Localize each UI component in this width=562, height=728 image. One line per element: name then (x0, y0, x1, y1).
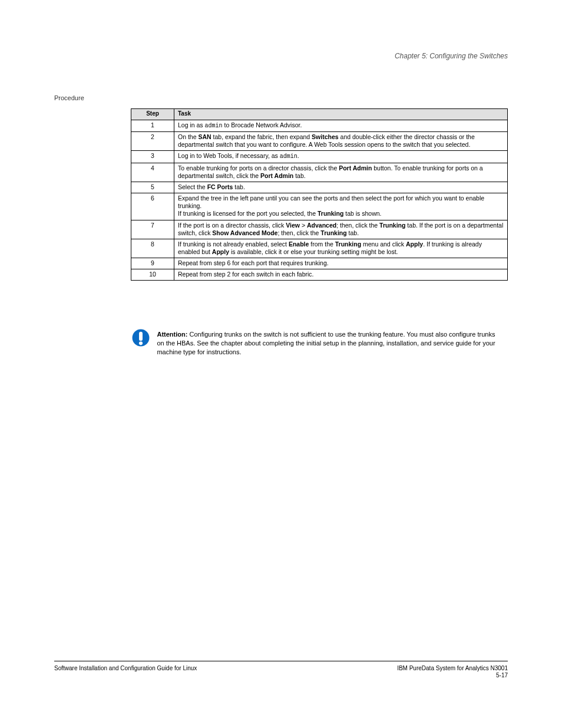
footer-page-number: 5-17 (397, 672, 508, 678)
table-row: 1 Log in as admin to Brocade Network Adv… (131, 120, 508, 132)
table-row: 2 On the SAN tab, expand the fabric, the… (131, 132, 508, 151)
page-footer: Software Installation and Configuration … (54, 661, 508, 678)
cell-task: To enable trunking for ports on a direct… (174, 163, 508, 182)
attention-icon (131, 328, 154, 350)
cell-task: Log in to Web Tools, if necessary, as ad… (174, 151, 508, 163)
table-row: 10 Repeat from step 2 for each switch in… (131, 269, 508, 281)
cell-step: 1 (131, 120, 174, 132)
cell-task: If the port is on a director chassis, cl… (174, 220, 508, 239)
footer-right-title: IBM PureData System for Analytics N3001 (397, 665, 508, 671)
table-row: 8 If trunking is not already enabled, se… (131, 239, 508, 258)
cell-step: 7 (131, 220, 174, 239)
table-row: 4 To enable trunking for ports on a dire… (131, 163, 508, 182)
cell-task: Log in as admin to Brocade Network Advis… (174, 120, 508, 132)
cell-task: Repeat from step 2 for each switch in ea… (174, 269, 508, 281)
cell-step: 6 (131, 193, 174, 220)
table-row: 5 Select the FC Ports tab. (131, 182, 508, 193)
section-label-procedure: Procedure (54, 94, 84, 101)
cell-step: 2 (131, 132, 174, 151)
attention-callout: Attention: Configuring trunks on the swi… (131, 328, 508, 357)
attention-text: Attention: Configuring trunks on the swi… (157, 328, 501, 357)
table-row: 3 Log in to Web Tools, if necessary, as … (131, 151, 508, 163)
cell-step: 3 (131, 151, 174, 163)
svg-rect-1 (139, 332, 143, 341)
cell-step: 9 (131, 258, 174, 269)
cell-task: On the SAN tab, expand the fabric, then … (174, 132, 508, 151)
cell-step: 4 (131, 163, 174, 182)
procedure-table: Step Task 1 Log in as admin to Brocade N… (131, 108, 508, 281)
attention-label: Attention: (157, 331, 187, 338)
cell-step: 8 (131, 239, 174, 258)
table-row: 9 Repeat from step 6 for each port that … (131, 258, 508, 269)
cell-task: If trunking is not already enabled, sele… (174, 239, 508, 258)
col-header-task: Task (174, 109, 508, 120)
svg-point-2 (139, 341, 143, 345)
table-header-row: Step Task (131, 109, 508, 120)
cell-task: Select the FC Ports tab. (174, 182, 508, 193)
table-row: 7 If the port is on a director chassis, … (131, 220, 508, 239)
attention-body: Configuring trunks on the switch is not … (157, 331, 495, 355)
footer-left: Software Installation and Configuration … (54, 665, 197, 678)
cell-task: Expand the tree in the left pane until y… (174, 193, 508, 220)
page-header-chapter: Chapter 5: Configuring the Switches (395, 52, 508, 60)
table-row: 6 Expand the tree in the left pane until… (131, 193, 508, 220)
col-header-step: Step (131, 109, 174, 120)
cell-step: 5 (131, 182, 174, 193)
cell-task: Repeat from step 6 for each port that re… (174, 258, 508, 269)
cell-step: 10 (131, 269, 174, 281)
